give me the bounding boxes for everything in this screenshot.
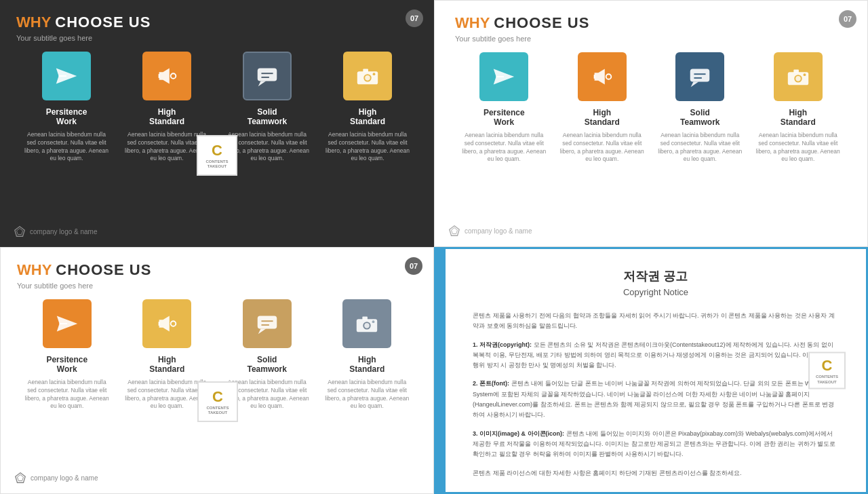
chat-icon-3 xyxy=(254,311,280,337)
paper-plane-icon-3 xyxy=(54,311,80,337)
watermark-sub-3: CONTENTSTAKEOUT xyxy=(207,406,229,415)
slide-1-number: 07 xyxy=(406,10,423,27)
copyright-section-3: 3. 이미지(image) & 아이콘(icon): 콘텐츠 내에 들어있는 이… xyxy=(473,429,839,460)
slide-2-icon-item-4: HighStandard Aenean lacinia bibendum nul… xyxy=(755,52,841,164)
watermark-letter-4: C xyxy=(822,357,833,375)
slide-2-subtitle: Your subtitle goes here xyxy=(455,35,847,43)
svg-rect-10 xyxy=(363,69,368,73)
copyright-intro-text: 콘텐츠 제품을 사용하기 전에 다음의 협약과 조항들을 자세히 읽어 주시기 … xyxy=(473,312,835,329)
company-logo-text-3: company logo & name xyxy=(31,474,98,482)
copyright-footer-text: 콘텐츠 제품 라이선스에 대한 자세한 사항은 홈페이지 하단에 기재된 콘텐츠… xyxy=(473,470,742,476)
svg-rect-24 xyxy=(793,70,799,73)
svg-point-16 xyxy=(606,74,611,79)
slide-3-iconbox-1 xyxy=(43,299,92,348)
copyright-s1-title: 1. 저작권(copyright): xyxy=(473,341,532,348)
svg-point-11 xyxy=(373,73,376,75)
slide-1-company-logo: company logo & name xyxy=(14,225,98,238)
company-logo-text-1: company logo & name xyxy=(30,228,98,235)
slide-3-title: WHY CHOOSE US xyxy=(17,261,417,279)
slide-4: 저작권 공고 Copyright Notice 콘텐츠 제품을 사용하기 전에 … xyxy=(434,247,868,494)
slide-1-icon-label-4: HighStandard xyxy=(350,107,385,127)
company-logo-text-2: company logo & name xyxy=(465,227,532,235)
slide-3-icon-label-1: PersitenceWork xyxy=(46,355,87,375)
svg-point-37 xyxy=(364,323,370,328)
copyright-body: 콘텐츠 제품을 사용하기 전에 다음의 협약과 조항들을 자세히 읽어 주시기 … xyxy=(473,311,839,478)
slide-3-title-rest: CHOOSE US xyxy=(56,261,151,279)
copyright-intro: 콘텐츠 제품을 사용하기 전에 다음의 협약과 조항들을 자세히 읽어 주시기 … xyxy=(473,311,839,332)
copyright-section-1: 1. 저작권(copyright): 모든 콘텐츠의 소유 및 저작권은 콘텐츠… xyxy=(473,340,839,371)
slide-2-icon-desc-3: Aenean lacinia bibendum nulla sed consec… xyxy=(657,132,743,164)
company-logo-icon-2 xyxy=(448,225,460,237)
watermark-3: C CONTENTSTAKEOUT xyxy=(197,381,238,422)
svg-marker-41 xyxy=(18,475,24,481)
copyright-title-korean: 저작권 공고 xyxy=(473,268,839,284)
camera-icon xyxy=(355,63,380,89)
svg-point-23 xyxy=(795,76,801,81)
megaphone-icon xyxy=(154,63,180,89)
slide-3-icon-item-1: PersitenceWork Aenean lacinia bibendum n… xyxy=(23,299,111,411)
slide-2-title-why: WHY xyxy=(455,14,490,32)
svg-rect-17 xyxy=(690,69,710,82)
chat-icon xyxy=(254,63,280,89)
watermark-1: C CONTENTSTAKEOUT xyxy=(197,135,237,176)
camera-icon-3 xyxy=(354,311,380,337)
slide-2-number: 07 xyxy=(839,10,856,28)
slide-1-icon-desc-4: Aenean lacinia bibendum nulla sed consec… xyxy=(323,131,412,164)
slide-1-title-why: WHY xyxy=(16,14,51,31)
svg-marker-18 xyxy=(691,82,698,88)
slide-3-icon-desc-1: Aenean lacinia bibendum nulla sed consec… xyxy=(23,379,111,411)
slide-1-title: WHY CHOOSE US xyxy=(16,14,418,31)
watermark-sub-1: CONTENTSTAKEOUT xyxy=(206,159,229,169)
slide-2-icon-label-1: PersitenceWork xyxy=(484,108,525,128)
watermark-letter-1: C xyxy=(212,142,222,159)
slide-3-icon-desc-4: Aenean lacinia bibendum nulla sed consec… xyxy=(323,379,411,411)
slide-3-company-logo: company logo & name xyxy=(14,472,98,484)
slide-1-subtitle: Your subtitle goes here xyxy=(16,34,418,42)
slide-3-iconbox-2 xyxy=(142,299,191,348)
megaphone-icon-2 xyxy=(589,64,615,90)
slide-2-icon-label-3: SolidTeamwork xyxy=(680,108,719,128)
copyright-main: 저작권 공고 Copyright Notice 콘텐츠 제품을 사용하기 전에 … xyxy=(446,249,866,492)
slide-2-iconbox-1 xyxy=(479,52,528,101)
slide-2-icon-item-2: HighStandard Aenean lacinia bibendum nul… xyxy=(559,52,645,164)
slide-1-icon-item-4: HighStandard Aenean lacinia bibendum nul… xyxy=(323,52,412,163)
chat-icon-2 xyxy=(687,64,713,90)
copyright-s2-title: 2. 폰트(font): xyxy=(473,380,509,387)
svg-marker-32 xyxy=(258,329,265,335)
svg-rect-31 xyxy=(257,316,277,329)
svg-point-30 xyxy=(171,321,176,326)
svg-marker-4 xyxy=(258,81,266,87)
slide-2-iconbox-2 xyxy=(578,52,627,101)
svg-marker-13 xyxy=(17,229,23,235)
slide-1-iconbox-4 xyxy=(343,52,392,100)
slide-3-icon-label-2: HighStandard xyxy=(149,355,184,375)
slide-2-iconbox-3 xyxy=(675,52,724,101)
slide-2-iconbox-4 xyxy=(774,52,823,101)
slide-2-icon-item-1: PersitenceWork Aenean lacinia bibendum n… xyxy=(461,52,547,164)
slide-2-title-rest: CHOOSE US xyxy=(494,14,589,32)
watermark-4: C CONTENTSTAKEOUT xyxy=(808,352,846,390)
slide-2-icon-label-4: HighStandard xyxy=(781,108,816,128)
slide-1-iconbox-3 xyxy=(243,52,292,100)
slide-1-iconbox-2 xyxy=(142,52,191,100)
slide-1-icon-desc-1: Aenean lacinia bibendum nulla sed consec… xyxy=(22,131,111,164)
copyright-title-english: Copyright Notice xyxy=(473,287,839,297)
megaphone-icon-3 xyxy=(154,311,180,337)
slide-1-icon-item-1: PersitenceWork Aenean lacinia bibendum n… xyxy=(22,52,111,163)
camera-icon-2 xyxy=(785,64,811,90)
svg-point-2 xyxy=(171,73,176,79)
slide-3-icon-label-3: SolidTeamwork xyxy=(248,355,287,375)
slide-3-icon-item-4: HighStandard Aenean lacinia bibendum nul… xyxy=(323,299,411,411)
slide-3-number: 07 xyxy=(405,257,422,275)
copyright-section-2: 2. 폰트(font): 콘텐츠 내에 들어있는 단글 폰트는 네이버 나눔글꼴… xyxy=(473,379,839,420)
slide-2-title: WHY CHOOSE US xyxy=(455,14,847,32)
slide-1-icon-label-1: PersitenceWork xyxy=(46,107,87,127)
slide-1-title-rest: CHOOSE US xyxy=(55,14,151,31)
svg-point-25 xyxy=(803,73,806,76)
watermark-sub-4: CONTENTSTAKEOUT xyxy=(816,375,838,384)
copyright-stripe xyxy=(436,249,446,492)
copyright-s3-title: 3. 이미지(image) & 아이콘(icon): xyxy=(473,430,564,437)
slide-1-icon-label-3: SolidTeamwork xyxy=(248,107,287,127)
slide-1-icon-label-2: HighStandard xyxy=(149,107,184,127)
svg-rect-38 xyxy=(363,317,368,320)
